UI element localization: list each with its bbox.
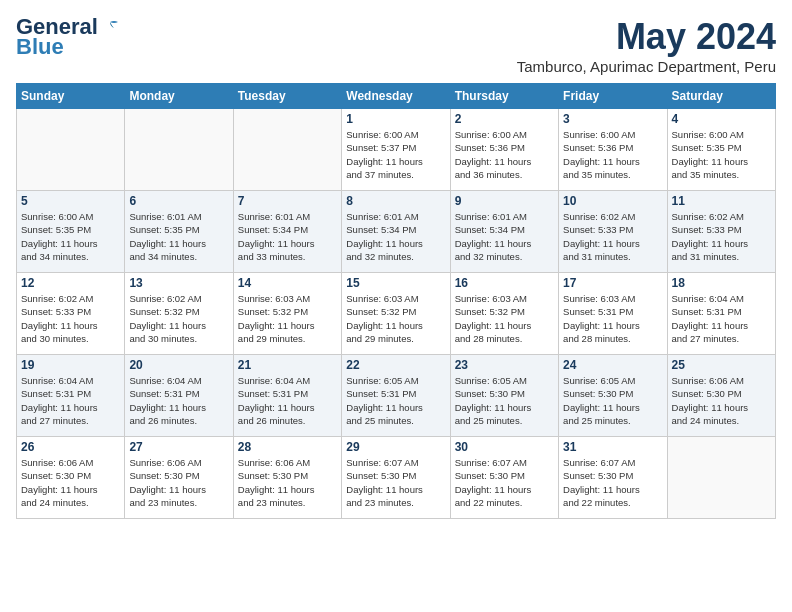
day-number: 2 — [455, 112, 554, 126]
header-tuesday: Tuesday — [233, 84, 341, 109]
calendar-cell: 17Sunrise: 6:03 AM Sunset: 5:31 PM Dayli… — [559, 273, 667, 355]
day-info: Sunrise: 6:05 AM Sunset: 5:31 PM Dayligh… — [346, 374, 445, 427]
calendar-cell: 30Sunrise: 6:07 AM Sunset: 5:30 PM Dayli… — [450, 437, 558, 519]
day-info: Sunrise: 6:04 AM Sunset: 5:31 PM Dayligh… — [129, 374, 228, 427]
calendar-cell: 12Sunrise: 6:02 AM Sunset: 5:33 PM Dayli… — [17, 273, 125, 355]
day-info: Sunrise: 6:04 AM Sunset: 5:31 PM Dayligh… — [672, 292, 771, 345]
day-number: 4 — [672, 112, 771, 126]
calendar-cell: 26Sunrise: 6:06 AM Sunset: 5:30 PM Dayli… — [17, 437, 125, 519]
day-info: Sunrise: 6:05 AM Sunset: 5:30 PM Dayligh… — [563, 374, 662, 427]
day-info: Sunrise: 6:00 AM Sunset: 5:36 PM Dayligh… — [455, 128, 554, 181]
calendar-cell — [17, 109, 125, 191]
calendar-cell: 18Sunrise: 6:04 AM Sunset: 5:31 PM Dayli… — [667, 273, 775, 355]
day-number: 19 — [21, 358, 120, 372]
title-area: May 2024 Tamburco, Apurimac Department, … — [517, 16, 776, 75]
day-info: Sunrise: 6:00 AM Sunset: 5:36 PM Dayligh… — [563, 128, 662, 181]
day-info: Sunrise: 6:02 AM Sunset: 5:33 PM Dayligh… — [563, 210, 662, 263]
calendar-cell: 15Sunrise: 6:03 AM Sunset: 5:32 PM Dayli… — [342, 273, 450, 355]
day-info: Sunrise: 6:03 AM Sunset: 5:32 PM Dayligh… — [346, 292, 445, 345]
header-friday: Friday — [559, 84, 667, 109]
day-info: Sunrise: 6:00 AM Sunset: 5:35 PM Dayligh… — [672, 128, 771, 181]
day-number: 9 — [455, 194, 554, 208]
day-info: Sunrise: 6:02 AM Sunset: 5:33 PM Dayligh… — [672, 210, 771, 263]
day-info: Sunrise: 6:03 AM Sunset: 5:32 PM Dayligh… — [455, 292, 554, 345]
day-number: 12 — [21, 276, 120, 290]
day-info: Sunrise: 6:06 AM Sunset: 5:30 PM Dayligh… — [238, 456, 337, 509]
calendar-cell — [667, 437, 775, 519]
day-info: Sunrise: 6:07 AM Sunset: 5:30 PM Dayligh… — [563, 456, 662, 509]
calendar-cell: 11Sunrise: 6:02 AM Sunset: 5:33 PM Dayli… — [667, 191, 775, 273]
calendar-cell: 27Sunrise: 6:06 AM Sunset: 5:30 PM Dayli… — [125, 437, 233, 519]
calendar-week-2: 5Sunrise: 6:00 AM Sunset: 5:35 PM Daylig… — [17, 191, 776, 273]
header-saturday: Saturday — [667, 84, 775, 109]
calendar-cell: 4Sunrise: 6:00 AM Sunset: 5:35 PM Daylig… — [667, 109, 775, 191]
day-info: Sunrise: 6:06 AM Sunset: 5:30 PM Dayligh… — [672, 374, 771, 427]
day-number: 13 — [129, 276, 228, 290]
calendar-cell: 16Sunrise: 6:03 AM Sunset: 5:32 PM Dayli… — [450, 273, 558, 355]
logo-bird-icon — [100, 20, 120, 36]
calendar-cell: 25Sunrise: 6:06 AM Sunset: 5:30 PM Dayli… — [667, 355, 775, 437]
calendar-cell: 6Sunrise: 6:01 AM Sunset: 5:35 PM Daylig… — [125, 191, 233, 273]
day-info: Sunrise: 6:07 AM Sunset: 5:30 PM Dayligh… — [346, 456, 445, 509]
day-info: Sunrise: 6:06 AM Sunset: 5:30 PM Dayligh… — [129, 456, 228, 509]
day-number: 16 — [455, 276, 554, 290]
location-subtitle: Tamburco, Apurimac Department, Peru — [517, 58, 776, 75]
day-number: 31 — [563, 440, 662, 454]
header-thursday: Thursday — [450, 84, 558, 109]
header-monday: Monday — [125, 84, 233, 109]
day-number: 10 — [563, 194, 662, 208]
day-number: 15 — [346, 276, 445, 290]
header-sunday: Sunday — [17, 84, 125, 109]
calendar-week-5: 26Sunrise: 6:06 AM Sunset: 5:30 PM Dayli… — [17, 437, 776, 519]
calendar-cell: 2Sunrise: 6:00 AM Sunset: 5:36 PM Daylig… — [450, 109, 558, 191]
calendar-cell: 29Sunrise: 6:07 AM Sunset: 5:30 PM Dayli… — [342, 437, 450, 519]
calendar-cell: 14Sunrise: 6:03 AM Sunset: 5:32 PM Dayli… — [233, 273, 341, 355]
header-row: SundayMondayTuesdayWednesdayThursdayFrid… — [17, 84, 776, 109]
day-number: 11 — [672, 194, 771, 208]
day-number: 24 — [563, 358, 662, 372]
day-info: Sunrise: 6:07 AM Sunset: 5:30 PM Dayligh… — [455, 456, 554, 509]
day-number: 17 — [563, 276, 662, 290]
day-info: Sunrise: 6:04 AM Sunset: 5:31 PM Dayligh… — [238, 374, 337, 427]
day-number: 26 — [21, 440, 120, 454]
calendar-cell: 3Sunrise: 6:00 AM Sunset: 5:36 PM Daylig… — [559, 109, 667, 191]
day-info: Sunrise: 6:03 AM Sunset: 5:31 PM Dayligh… — [563, 292, 662, 345]
day-info: Sunrise: 6:02 AM Sunset: 5:32 PM Dayligh… — [129, 292, 228, 345]
calendar-cell: 31Sunrise: 6:07 AM Sunset: 5:30 PM Dayli… — [559, 437, 667, 519]
calendar-cell: 20Sunrise: 6:04 AM Sunset: 5:31 PM Dayli… — [125, 355, 233, 437]
day-number: 29 — [346, 440, 445, 454]
day-number: 30 — [455, 440, 554, 454]
day-number: 21 — [238, 358, 337, 372]
day-info: Sunrise: 6:00 AM Sunset: 5:37 PM Dayligh… — [346, 128, 445, 181]
calendar-cell: 9Sunrise: 6:01 AM Sunset: 5:34 PM Daylig… — [450, 191, 558, 273]
calendar-cell — [125, 109, 233, 191]
logo: General Blue — [16, 16, 120, 60]
day-info: Sunrise: 6:00 AM Sunset: 5:35 PM Dayligh… — [21, 210, 120, 263]
day-number: 27 — [129, 440, 228, 454]
day-number: 14 — [238, 276, 337, 290]
day-number: 25 — [672, 358, 771, 372]
day-info: Sunrise: 6:06 AM Sunset: 5:30 PM Dayligh… — [21, 456, 120, 509]
month-year-title: May 2024 — [517, 16, 776, 58]
calendar-week-1: 1Sunrise: 6:00 AM Sunset: 5:37 PM Daylig… — [17, 109, 776, 191]
day-number: 5 — [21, 194, 120, 208]
day-number: 3 — [563, 112, 662, 126]
header-wednesday: Wednesday — [342, 84, 450, 109]
day-info: Sunrise: 6:01 AM Sunset: 5:34 PM Dayligh… — [455, 210, 554, 263]
calendar-cell: 13Sunrise: 6:02 AM Sunset: 5:32 PM Dayli… — [125, 273, 233, 355]
calendar-cell: 5Sunrise: 6:00 AM Sunset: 5:35 PM Daylig… — [17, 191, 125, 273]
calendar-cell: 28Sunrise: 6:06 AM Sunset: 5:30 PM Dayli… — [233, 437, 341, 519]
logo-blue-text: Blue — [16, 34, 64, 60]
day-number: 18 — [672, 276, 771, 290]
day-info: Sunrise: 6:02 AM Sunset: 5:33 PM Dayligh… — [21, 292, 120, 345]
day-number: 20 — [129, 358, 228, 372]
day-number: 7 — [238, 194, 337, 208]
calendar-cell: 23Sunrise: 6:05 AM Sunset: 5:30 PM Dayli… — [450, 355, 558, 437]
page-header: General Blue May 2024 Tamburco, Apurimac… — [16, 16, 776, 75]
day-info: Sunrise: 6:05 AM Sunset: 5:30 PM Dayligh… — [455, 374, 554, 427]
calendar-week-3: 12Sunrise: 6:02 AM Sunset: 5:33 PM Dayli… — [17, 273, 776, 355]
calendar-cell: 19Sunrise: 6:04 AM Sunset: 5:31 PM Dayli… — [17, 355, 125, 437]
calendar-cell: 24Sunrise: 6:05 AM Sunset: 5:30 PM Dayli… — [559, 355, 667, 437]
calendar-cell — [233, 109, 341, 191]
day-number: 22 — [346, 358, 445, 372]
